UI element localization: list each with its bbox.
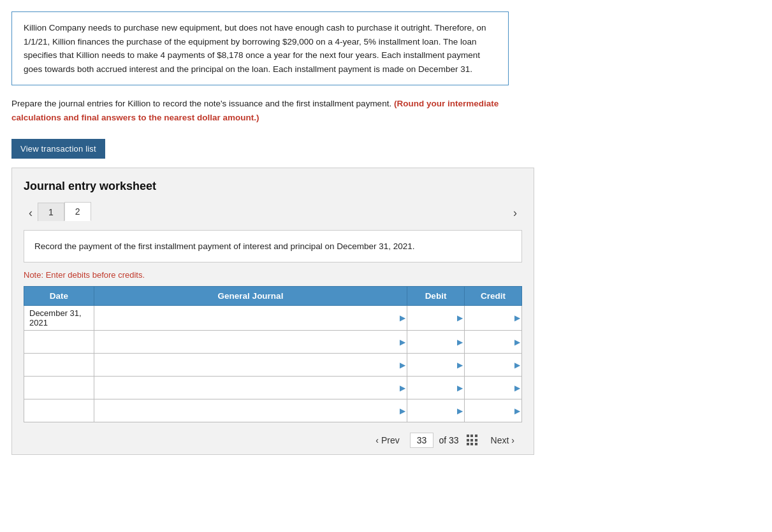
credit-cell-2[interactable]: ▶ xyxy=(465,331,522,354)
col-header-journal: General Journal xyxy=(94,287,407,306)
tab-1[interactable]: 1 xyxy=(38,203,64,221)
description-box: Killion Company needs to purchase new eq… xyxy=(11,11,509,85)
tab-2[interactable]: 2 xyxy=(64,202,91,221)
debit-input-1[interactable] xyxy=(407,306,464,330)
prev-button[interactable]: ‹ Prev xyxy=(370,433,404,448)
debit-cell-2[interactable]: ▶ xyxy=(407,331,465,354)
credit-input-1[interactable] xyxy=(465,306,521,330)
page-number-box[interactable]: 33 xyxy=(410,433,434,448)
date-cell-4 xyxy=(24,377,94,399)
debit-cell-4[interactable]: ▶ xyxy=(407,377,465,399)
journal-input-2[interactable] xyxy=(94,331,407,353)
debit-cell-5[interactable]: ▶ xyxy=(407,399,465,422)
prepare-normal: Prepare the journal entries for Killion … xyxy=(11,99,391,108)
journal-input-5[interactable] xyxy=(94,399,407,422)
credit-input-5[interactable] xyxy=(465,399,521,422)
tabs-row: ‹ 1 2 › xyxy=(24,202,522,221)
table-row: December 31, 2021 ▶ ▶ ▶ xyxy=(24,306,522,331)
col-header-date: Date xyxy=(24,287,94,306)
table-row: ▶ ▶ ▶ xyxy=(24,354,522,377)
journal-cell-1[interactable]: ▶ xyxy=(94,306,407,331)
of-total-text: of 33 xyxy=(439,435,458,445)
col-header-credit: Credit xyxy=(465,287,522,306)
journal-cell-3[interactable]: ▶ xyxy=(94,354,407,377)
debit-input-5[interactable] xyxy=(407,399,464,422)
table-row: ▶ ▶ ▶ xyxy=(24,399,522,422)
journal-input-3[interactable] xyxy=(94,354,407,376)
credit-input-3[interactable] xyxy=(465,354,521,376)
prepare-text: Prepare the journal entries for Killion … xyxy=(11,97,534,124)
journal-input-1[interactable] xyxy=(94,306,407,330)
tab-prev-button[interactable]: ‹ xyxy=(24,205,38,221)
col-header-debit: Debit xyxy=(407,287,465,306)
view-transaction-list-button[interactable]: View transaction list xyxy=(11,139,105,159)
credit-input-2[interactable] xyxy=(465,331,521,353)
credit-cell-3[interactable]: ▶ xyxy=(465,354,522,377)
journal-cell-4[interactable]: ▶ xyxy=(94,377,407,399)
instruction-text: Record the payment of the first installm… xyxy=(34,241,415,251)
credit-input-4[interactable] xyxy=(465,377,521,399)
credit-cell-5[interactable]: ▶ xyxy=(465,399,522,422)
prev-label: Prev xyxy=(381,435,400,445)
instruction-box: Record the payment of the first installm… xyxy=(24,230,522,263)
date-cell-5 xyxy=(24,399,94,422)
credit-cell-4[interactable]: ▶ xyxy=(465,377,522,399)
debit-cell-3[interactable]: ▶ xyxy=(407,354,465,377)
journal-entry-worksheet: Journal entry worksheet ‹ 1 2 › Record t… xyxy=(11,168,534,456)
tab-next-button[interactable]: › xyxy=(508,205,522,221)
prev-chevron-icon: ‹ xyxy=(375,435,379,445)
debit-input-2[interactable] xyxy=(407,331,464,353)
journal-input-4[interactable] xyxy=(94,377,407,399)
worksheet-title: Journal entry worksheet xyxy=(24,180,522,193)
table-row: ▶ ▶ ▶ xyxy=(24,377,522,399)
date-cell-3 xyxy=(24,354,94,377)
bottom-navigation: ‹ Prev 33 of 33 Next › xyxy=(24,433,522,448)
table-row: ▶ ▶ ▶ xyxy=(24,331,522,354)
journal-cell-5[interactable]: ▶ xyxy=(94,399,407,422)
next-button[interactable]: Next › xyxy=(486,433,520,448)
debit-cell-1[interactable]: ▶ xyxy=(407,306,465,331)
date-cell-2 xyxy=(24,331,94,354)
journal-table: Date General Journal Debit Credit Decemb… xyxy=(24,286,522,422)
description-text: Killion Company needs to purchase new eq… xyxy=(24,23,486,74)
credit-cell-1[interactable]: ▶ xyxy=(465,306,522,331)
next-chevron-icon: › xyxy=(511,435,514,445)
note-text: Note: Enter debits before credits. xyxy=(24,270,522,280)
grid-view-icon[interactable] xyxy=(464,433,481,447)
journal-cell-2[interactable]: ▶ xyxy=(94,331,407,354)
debit-input-3[interactable] xyxy=(407,354,464,376)
date-cell-1: December 31, 2021 xyxy=(24,306,94,331)
debit-input-4[interactable] xyxy=(407,377,464,399)
next-label: Next xyxy=(491,435,509,445)
